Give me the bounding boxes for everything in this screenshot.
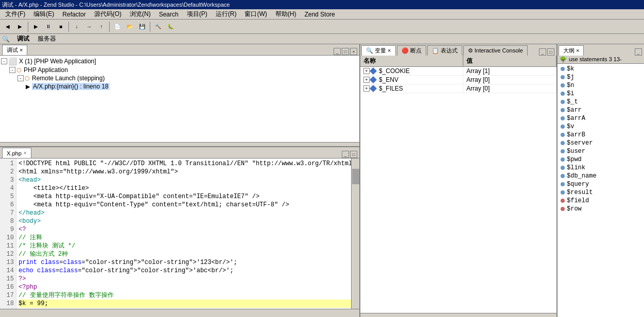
outline-item[interactable]: $user: [559, 147, 643, 155]
menu-window[interactable]: 窗口(W): [241, 9, 270, 19]
toolbar-build-btn[interactable]: 🔨: [152, 21, 164, 32]
outline-item-label: $query: [567, 181, 589, 188]
menu-search[interactable]: Search: [156, 10, 182, 19]
line-number-6: 6: [2, 201, 14, 209]
debug-maximize-btn[interactable]: □: [342, 48, 349, 55]
line-number-11: 11: [2, 242, 14, 250]
outline-item-label: $result: [567, 189, 593, 196]
toolbar-debug-btn[interactable]: 🐛: [165, 21, 176, 32]
toolbar-open-btn[interactable]: 📂: [124, 21, 135, 32]
outline-minimize-btn[interactable]: _: [635, 48, 642, 56]
vars-expand-icon[interactable]: +: [363, 85, 370, 92]
line-number-8: 8: [2, 217, 14, 225]
toolbar-forward-btn[interactable]: ▶: [14, 21, 26, 32]
editor-tab-close[interactable]: ×: [24, 150, 27, 156]
outline-item[interactable]: $_t: [559, 98, 643, 106]
vars-row[interactable]: +$_COOKIEArray [1]: [360, 67, 556, 76]
outline-item[interactable]: $arrB: [559, 131, 643, 139]
tree-expand-0[interactable]: -: [1, 58, 7, 64]
outline-item[interactable]: $i: [559, 90, 643, 98]
outline-item[interactable]: $field: [559, 197, 643, 205]
tree-item-remote[interactable]: - ⬡ Remote Launch (stepping): [1, 74, 358, 82]
outline-item[interactable]: $n: [559, 81, 643, 90]
outline-dot: [561, 75, 565, 79]
editor-tab-xphp[interactable]: X.php ×: [2, 148, 31, 158]
toolbar-pause-btn[interactable]: ⏸: [43, 21, 54, 32]
tab-server[interactable]: 服务器: [34, 34, 59, 44]
line-number-1: 1: [2, 160, 14, 168]
vars-tab-interactive[interactable]: ⚙ Interactive Console: [463, 45, 528, 56]
outline-item[interactable]: $server: [559, 139, 643, 147]
code-content[interactable]: 123456789101112131415161718192021 <!DOCT…: [0, 158, 351, 309]
toolbar-stop-btn[interactable]: ■: [55, 21, 66, 32]
outline-dot: [561, 207, 565, 211]
menu-edit[interactable]: 编辑(E): [30, 9, 57, 19]
toolbar-step-into-btn[interactable]: ↓: [71, 21, 82, 32]
vars-header: 名称 值: [360, 56, 556, 67]
editor-minimize-btn[interactable]: _: [342, 151, 349, 158]
outline-item[interactable]: $arrA: [559, 114, 643, 122]
tree-item-file[interactable]: ▶ A/X.php:{main}() : lineno 18: [1, 82, 358, 91]
outline-item[interactable]: $j: [559, 73, 643, 81]
outline-item[interactable]: $arr: [559, 106, 643, 114]
outline-item[interactable]: $row: [559, 205, 643, 213]
outline-dot: [561, 116, 565, 120]
vars-tab-variables-label: 🔍 变量 ×: [366, 47, 391, 55]
tree-expand-1[interactable]: -: [9, 67, 15, 73]
debug-minimize-btn[interactable]: _: [334, 48, 341, 55]
code-line-8: <body>: [19, 217, 351, 225]
toolbar-save-btn[interactable]: 💾: [136, 21, 148, 32]
menu-source[interactable]: 源代码(O): [91, 9, 125, 19]
menu-browse[interactable]: 浏览(N): [127, 9, 154, 19]
toolbar-back-btn[interactable]: ◀: [2, 21, 13, 32]
vars-tab-variables[interactable]: 🔍 变量 ×: [361, 45, 396, 56]
menu-zend-store[interactable]: Zend Store: [301, 10, 338, 19]
toolbar-step-over-btn[interactable]: →: [83, 21, 95, 32]
outline-item[interactable]: $result: [559, 188, 643, 197]
editor-v-scroll[interactable]: [351, 158, 359, 309]
vars-h-scroll[interactable]: [360, 313, 556, 317]
vars-tab-expressions[interactable]: 📋 表达式: [427, 45, 462, 56]
menu-help[interactable]: 帮助(H): [272, 9, 300, 19]
vars-name-text: $_ENV: [379, 76, 398, 83]
outline-item[interactable]: $pwd: [559, 155, 643, 164]
outline-item[interactable]: $db_name: [559, 172, 643, 180]
outline-dot: [561, 100, 565, 104]
outline-item[interactable]: $v: [559, 122, 643, 131]
outline-tab[interactable]: 大纲 ×: [559, 45, 584, 56]
tree-icon-3: ▶: [26, 83, 30, 90]
editor-h-scroll[interactable]: [0, 309, 359, 317]
code-line-18: $k = 99;: [19, 300, 351, 308]
vars-minimize-btn[interactable]: _: [539, 48, 546, 56]
vars-maximize-btn[interactable]: □: [547, 48, 554, 56]
editor-tab-bar: X.php × _ □: [0, 147, 359, 158]
tree-item-root[interactable]: - ⬜ X (1) [PHP Web Application]: [1, 57, 358, 66]
left-panel: 调试 × _ □ × - ⬜ X (1) [PHP Web Applicatio…: [0, 44, 360, 317]
vars-expand-icon[interactable]: +: [363, 68, 370, 74]
tree-item-php-app[interactable]: - ⬡ PHP Application: [1, 66, 358, 74]
vars-header-value: 值: [463, 56, 556, 66]
tab-debug[interactable]: 调试: [14, 34, 32, 44]
outline-item[interactable]: $link: [559, 164, 643, 172]
outline-item[interactable]: $k: [559, 65, 643, 73]
menu-file[interactable]: 文件(F): [2, 9, 28, 19]
vars-tab-breakpoints[interactable]: 🔴 断点: [397, 45, 426, 56]
toolbar-sep-2: [68, 22, 69, 32]
outline-dot: [561, 157, 565, 162]
vars-row[interactable]: +$_ENVArray [0]: [360, 76, 556, 84]
menu-project[interactable]: 项目(P): [184, 9, 211, 19]
scroll-thumb[interactable]: [352, 169, 359, 184]
menu-refactor[interactable]: Refactor: [59, 10, 89, 19]
vars-row[interactable]: +$_FILESArray [0]: [360, 84, 556, 93]
vars-expand-icon[interactable]: +: [363, 77, 370, 83]
editor-maximize-btn[interactable]: □: [350, 151, 357, 158]
toolbar-step-out-btn[interactable]: ↑: [96, 21, 107, 32]
outline-item[interactable]: $query: [559, 180, 643, 188]
debug-close-btn[interactable]: ×: [350, 48, 357, 55]
debug-h-scroll[interactable]: [0, 142, 359, 146]
toolbar-new-btn[interactable]: 📄: [112, 21, 123, 32]
debug-tab[interactable]: 调试 ×: [2, 45, 27, 55]
tree-expand-2[interactable]: -: [18, 75, 24, 81]
toolbar-run-btn[interactable]: ▶: [30, 21, 42, 32]
menu-run[interactable]: 运行(R): [213, 9, 240, 19]
